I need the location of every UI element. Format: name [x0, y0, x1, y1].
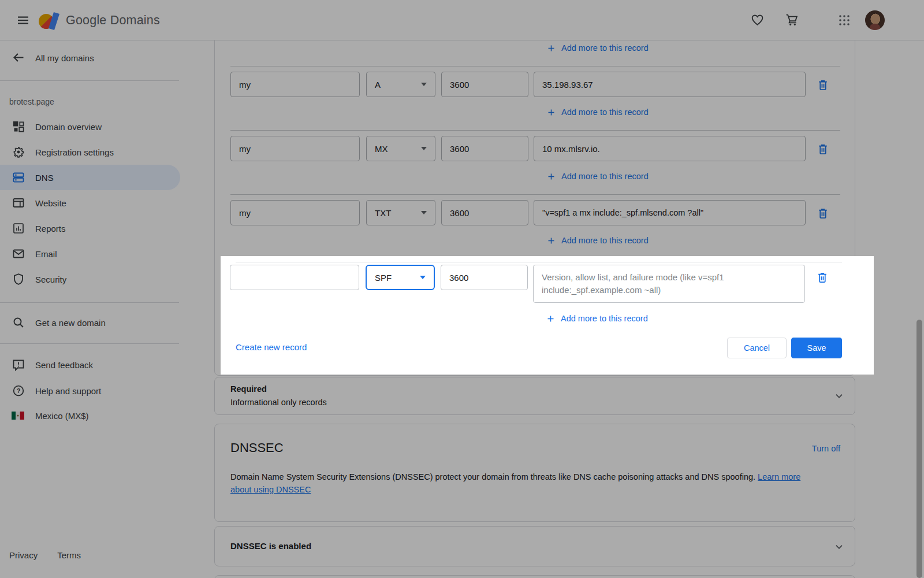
- google-domains-app: Google Domains All my domains: [0, 0, 924, 578]
- new-record-ttl-input[interactable]: [441, 265, 528, 290]
- plus-icon: [546, 314, 555, 323]
- chevron-down-icon: [420, 276, 426, 279]
- new-record-type-select[interactable]: SPF: [366, 265, 435, 290]
- create-new-record-link[interactable]: Create new record: [236, 342, 307, 352]
- save-button[interactable]: Save: [791, 338, 842, 358]
- cancel-button[interactable]: Cancel: [727, 338, 787, 358]
- add-more-link[interactable]: Add more to this record: [546, 314, 648, 323]
- new-record-spotlight: SPF Add more to this record Create new r…: [221, 256, 874, 375]
- new-record-name-input[interactable]: [230, 265, 359, 290]
- new-record-data-input[interactable]: [533, 265, 805, 303]
- record-divider: [236, 262, 842, 262]
- delete-record-icon[interactable]: [816, 271, 829, 284]
